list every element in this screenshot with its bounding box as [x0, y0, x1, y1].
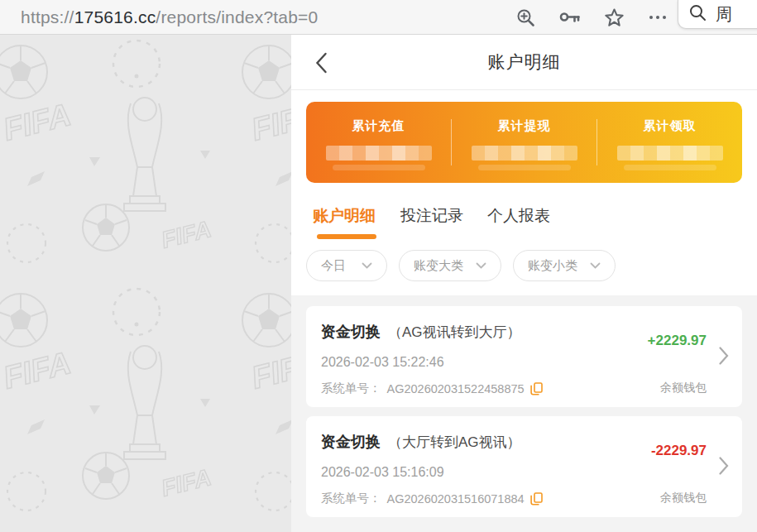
filter-bar: 今日 账变大类 账变小类	[291, 239, 757, 295]
copy-order-button[interactable]	[530, 492, 543, 506]
page-header: 账户明细	[291, 35, 757, 90]
txn-order-number: AG202602031516071884	[387, 492, 525, 506]
chevron-down-icon	[476, 262, 486, 269]
url-text[interactable]: https://175616.cc/reports/index?tab=0	[21, 7, 318, 27]
redacted-value	[617, 146, 723, 161]
browser-address-bar: https://175616.cc/reports/index?tab=0	[0, 0, 757, 35]
tab-bar: 账户明细 投注记录 个人报表	[291, 183, 757, 239]
summary-label: 累计提现	[498, 118, 551, 134]
url-scheme: https://	[21, 7, 74, 26]
row-detail-button[interactable]	[719, 347, 729, 368]
tab-personal-report[interactable]: 个人报表	[487, 205, 550, 239]
txn-wallet: 余额钱包	[660, 381, 707, 395]
chevron-down-icon	[590, 262, 601, 269]
summary-label: 累计领取	[644, 118, 697, 134]
copy-order-button[interactable]	[530, 382, 543, 395]
txn-amount: -2229.97	[651, 443, 707, 459]
transaction-list: 资金切换 （AG视讯转到大厅） 2026-02-03 15:22:46 系统单号…	[291, 295, 757, 532]
copy-icon	[530, 382, 543, 395]
zoom-in-icon[interactable]	[516, 8, 535, 27]
browser-find-bar[interactable]: 周	[678, 0, 757, 29]
row-detail-button[interactable]	[719, 457, 729, 478]
txn-note: （AG视讯转到大厅）	[388, 323, 521, 342]
txn-amount: +2229.97	[648, 333, 707, 349]
back-button[interactable]	[315, 52, 328, 77]
summary-total-deposit: 累计充值	[306, 102, 451, 183]
url-path: /reports/index?tab=0	[156, 7, 318, 26]
more-options-icon[interactable]	[648, 14, 668, 21]
filter-minor-category-dropdown[interactable]: 账变小类	[513, 250, 616, 281]
chevron-left-icon	[315, 52, 328, 74]
txn-datetime: 2026-02-03 15:22:46	[321, 355, 648, 370]
find-query-text[interactable]: 周	[716, 3, 732, 26]
page-title: 账户明细	[488, 50, 561, 74]
summary-label: 累计充值	[352, 118, 405, 134]
redacted-value	[326, 146, 432, 161]
redacted-smear	[478, 165, 571, 170]
filter-major-category-dropdown[interactable]: 账变大类	[399, 250, 501, 281]
redacted-value	[472, 146, 577, 161]
txn-order-number: AG202602031522458875	[387, 382, 525, 395]
account-detail-panel: 账户明细 累计充值 累计提现 累计领取	[291, 35, 757, 532]
watermark-background: FIFA	[0, 35, 291, 532]
txn-datetime: 2026-02-03 15:16:09	[321, 465, 651, 480]
filter-date-dropdown[interactable]: 今日	[306, 250, 387, 281]
bookmark-star-icon[interactable]	[605, 8, 624, 26]
txn-type: 资金切换	[321, 322, 381, 342]
search-icon	[689, 4, 707, 25]
summary-total-claim: 累计领取	[597, 102, 742, 183]
watermark-pattern: FIFA	[0, 35, 291, 532]
transaction-row[interactable]: 资金切换 （AG视讯转到大厅） 2026-02-03 15:22:46 系统单号…	[306, 306, 742, 407]
summary-card: 累计充值 累计提现 累计领取	[306, 102, 742, 183]
chevron-right-icon	[719, 347, 729, 365]
url-domain: 175616.cc	[74, 7, 156, 26]
key-icon[interactable]	[559, 8, 581, 26]
chevron-right-icon	[719, 457, 729, 475]
txn-order-label: 系统单号：	[321, 491, 381, 506]
copy-icon	[530, 492, 543, 506]
redacted-smear	[333, 165, 425, 170]
chevron-down-icon	[362, 262, 372, 269]
transaction-row[interactable]: 资金切换 （大厅转到AG视讯） 2026-02-03 15:16:09 系统单号…	[306, 416, 742, 517]
txn-note: （大厅转到AG视讯）	[388, 433, 521, 452]
tab-bet-records[interactable]: 投注记录	[400, 205, 463, 239]
txn-type: 资金切换	[321, 432, 381, 452]
txn-wallet: 余额钱包	[660, 491, 707, 506]
redacted-smear	[624, 165, 716, 170]
txn-order-label: 系统单号：	[321, 381, 381, 396]
summary-total-withdraw: 累计提现	[452, 102, 596, 183]
tab-account-detail[interactable]: 账户明细	[313, 205, 376, 239]
